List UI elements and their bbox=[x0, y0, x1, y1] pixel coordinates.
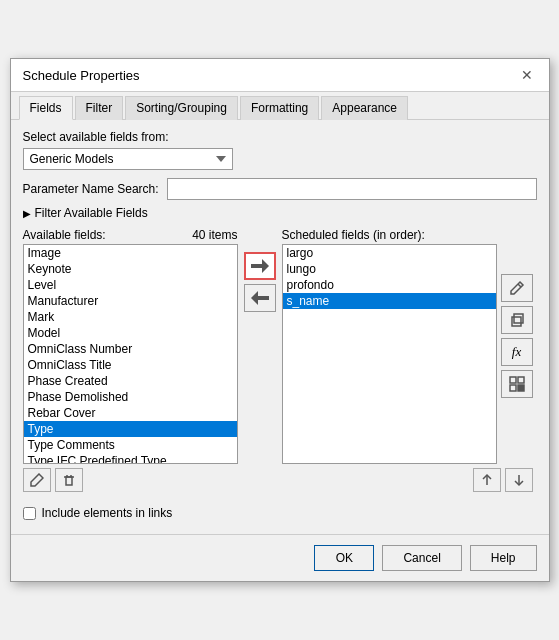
tab-fields[interactable]: Fields bbox=[19, 96, 73, 120]
select-fields-label: Select available fields from: bbox=[23, 130, 537, 144]
duplicate-icon bbox=[509, 312, 525, 328]
filter-arrow-icon: ▶ bbox=[23, 208, 31, 219]
include-links-checkbox[interactable] bbox=[23, 507, 36, 520]
scheduled-item-profondo[interactable]: profondo bbox=[283, 277, 496, 293]
lists-row: Available fields: 40 items Image Keynote… bbox=[23, 228, 537, 464]
schedule-properties-dialog: Schedule Properties ✕ Fields Filter Sort… bbox=[10, 58, 550, 582]
svg-rect-0 bbox=[251, 264, 262, 268]
dialog-footer: OK Cancel Help bbox=[11, 534, 549, 581]
cancel-button[interactable]: Cancel bbox=[382, 545, 461, 571]
search-label: Parameter Name Search: bbox=[23, 182, 159, 196]
move-down-icon bbox=[512, 473, 526, 487]
move-up-icon bbox=[480, 473, 494, 487]
list-item-phase-demolished[interactable]: Phase Demolished bbox=[24, 389, 237, 405]
tab-formatting[interactable]: Formatting bbox=[240, 96, 319, 120]
filter-fields-row[interactable]: ▶ Filter Available Fields bbox=[23, 206, 537, 220]
formula-icon: fx bbox=[512, 344, 521, 360]
scheduled-item-largo[interactable]: largo bbox=[283, 245, 496, 261]
svg-marker-1 bbox=[262, 259, 269, 273]
bottom-actions-row bbox=[23, 468, 537, 492]
title-bar: Schedule Properties ✕ bbox=[11, 59, 549, 92]
scheduled-item-lungo[interactable]: lungo bbox=[283, 261, 496, 277]
tab-sorting-grouping[interactable]: Sorting/Grouping bbox=[125, 96, 238, 120]
available-fields-label: Available fields: bbox=[23, 228, 106, 242]
tab-filter[interactable]: Filter bbox=[75, 96, 124, 120]
close-button[interactable]: ✕ bbox=[517, 67, 537, 83]
combine-icon bbox=[509, 376, 525, 392]
list-item[interactable]: OmniClass Number bbox=[24, 341, 237, 357]
list-item[interactable]: Type IFC Predefined Type bbox=[24, 453, 237, 464]
add-field-icon bbox=[251, 259, 269, 273]
list-item-phase-created[interactable]: Phase Created bbox=[24, 373, 237, 389]
available-fields-section: Available fields: 40 items Image Keynote… bbox=[23, 228, 238, 464]
svg-rect-11 bbox=[66, 477, 72, 485]
dialog-title: Schedule Properties bbox=[23, 68, 140, 83]
remove-field-button[interactable] bbox=[244, 284, 276, 312]
tab-appearance[interactable]: Appearance bbox=[321, 96, 408, 120]
scheduled-fields-list[interactable]: largo lungo profondo s_name bbox=[282, 244, 497, 464]
tabs-bar: Fields Filter Sorting/Grouping Formattin… bbox=[11, 92, 549, 120]
list-item[interactable]: OmniClass Title bbox=[24, 357, 237, 373]
delete-icon bbox=[62, 473, 76, 487]
ok-button[interactable]: OK bbox=[314, 545, 374, 571]
filter-fields-label: Filter Available Fields bbox=[35, 206, 148, 220]
combine-button[interactable] bbox=[501, 370, 533, 398]
help-button[interactable]: Help bbox=[470, 545, 537, 571]
scheduled-action-buttons: fx bbox=[497, 252, 537, 398]
svg-rect-7 bbox=[518, 377, 524, 383]
include-links-row: Include elements in links bbox=[23, 506, 537, 520]
remove-field-icon bbox=[251, 291, 269, 305]
list-item[interactable]: Keynote bbox=[24, 261, 237, 277]
list-item[interactable]: Rebar Cover bbox=[24, 405, 237, 421]
formula-button[interactable]: fx bbox=[501, 338, 533, 366]
svg-marker-3 bbox=[251, 291, 258, 305]
edit-field-button[interactable] bbox=[501, 274, 533, 302]
list-item-type[interactable]: Type bbox=[24, 421, 237, 437]
include-links-label: Include elements in links bbox=[42, 506, 173, 520]
pencil-icon bbox=[30, 473, 44, 487]
list-item[interactable]: Type Comments bbox=[24, 437, 237, 453]
svg-rect-6 bbox=[510, 377, 516, 383]
list-item[interactable]: Manufacturer bbox=[24, 293, 237, 309]
move-up-button[interactable] bbox=[473, 468, 501, 492]
list-item[interactable]: Image bbox=[24, 245, 237, 261]
edit-available-button[interactable] bbox=[23, 468, 51, 492]
svg-rect-2 bbox=[258, 296, 269, 300]
scheduled-item-sname[interactable]: s_name bbox=[283, 293, 496, 309]
list-item[interactable]: Level bbox=[24, 277, 237, 293]
duplicate-field-button[interactable] bbox=[501, 306, 533, 334]
search-input[interactable] bbox=[167, 178, 537, 200]
transfer-buttons bbox=[238, 252, 282, 312]
available-fields-list[interactable]: Image Keynote Level Manufacturer Mark Mo… bbox=[23, 244, 238, 464]
edit-icon bbox=[509, 280, 525, 296]
dialog-content: Select available fields from: Generic Mo… bbox=[11, 120, 549, 530]
available-bottom-buttons bbox=[23, 468, 83, 492]
scheduled-fields-header: Scheduled fields (in order): bbox=[282, 228, 497, 242]
items-count: 40 items bbox=[192, 228, 237, 242]
available-fields-dropdown[interactable]: Generic Models bbox=[23, 148, 233, 170]
scheduled-fields-section: Scheduled fields (in order): largo lungo… bbox=[282, 228, 497, 464]
add-field-button[interactable] bbox=[244, 252, 276, 280]
svg-rect-9 bbox=[518, 385, 524, 391]
list-item[interactable]: Model bbox=[24, 325, 237, 341]
move-down-button[interactable] bbox=[505, 468, 533, 492]
available-fields-header: Available fields: 40 items bbox=[23, 228, 238, 242]
delete-available-button[interactable] bbox=[55, 468, 83, 492]
scheduled-bottom-buttons bbox=[473, 468, 533, 492]
list-item[interactable]: Mark bbox=[24, 309, 237, 325]
svg-rect-8 bbox=[510, 385, 516, 391]
